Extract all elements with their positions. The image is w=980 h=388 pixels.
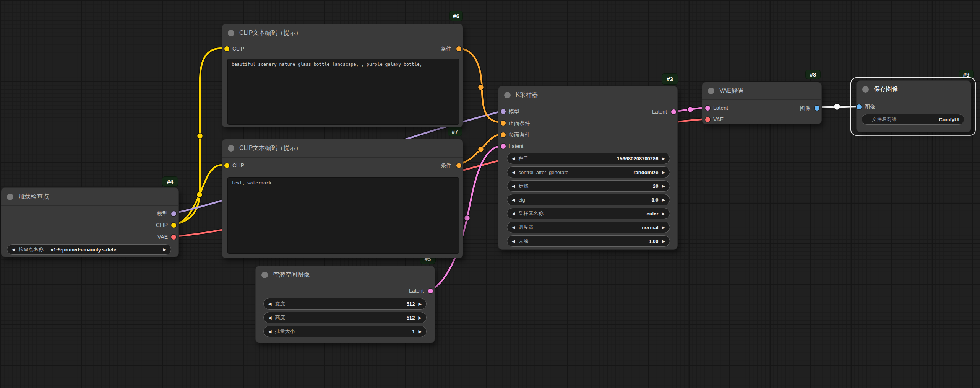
denoise-widget[interactable]: ◀ 去噪 1.00 ▶ <box>507 235 670 247</box>
output-slot-image[interactable] <box>815 106 819 111</box>
stepper-left-icon[interactable]: ◀ <box>512 170 515 174</box>
stepper-left-icon[interactable]: ◀ <box>512 198 515 202</box>
output-slot-label: 条件 <box>441 162 451 169</box>
node-title-bar: 保存图像 <box>857 81 971 98</box>
seed-widget[interactable]: ◀ 种子 156680208700286 ▶ <box>507 153 670 164</box>
link-dot-positive <box>478 85 484 90</box>
output-slot-conditioning[interactable] <box>456 163 461 168</box>
stepper-right-icon[interactable]: ▶ <box>419 316 422 320</box>
widget-value: ComfyUI <box>939 117 959 122</box>
batch-size-widget[interactable]: ◀ 批量大小 1 ▶ <box>263 326 427 337</box>
node-save-image[interactable]: 保存图像 图像 文件名前缀 ComfyUI <box>856 80 971 132</box>
input-slot-negative[interactable] <box>501 132 506 137</box>
node-clip-text-encode-negative[interactable]: CLIP文本编码（提示） CLIP 条件 text, watermark <box>222 139 463 258</box>
collapse-dot[interactable] <box>7 194 13 200</box>
widget-value: 512 <box>407 315 415 321</box>
scheduler-widget[interactable]: ◀ 调度器 normal ▶ <box>507 222 670 233</box>
output-slot-model[interactable] <box>171 211 176 216</box>
input-slot-image[interactable] <box>857 104 862 109</box>
output-slot-clip[interactable] <box>171 223 176 228</box>
output-slot-label: Latent <box>409 287 424 294</box>
stepper-left-icon[interactable]: ◀ <box>512 212 515 216</box>
stepper-left-icon[interactable]: ◀ <box>268 329 271 334</box>
stepper-right-icon[interactable]: ▶ <box>419 329 422 334</box>
node-title-bar: VAE解码 <box>702 82 821 100</box>
output-slot-vae[interactable] <box>171 235 176 240</box>
stepper-left-icon[interactable]: ◀ <box>512 157 515 161</box>
stepper-left-icon[interactable]: ◀ <box>512 225 515 230</box>
sampler-name-widget[interactable]: ◀ 采样器名称 euler ▶ <box>507 208 670 219</box>
link-dot-clip-negative <box>197 192 203 198</box>
stepper-right-icon[interactable]: ▶ <box>662 157 665 161</box>
collapse-dot[interactable] <box>228 145 234 152</box>
input-slot-label: Latent <box>509 143 524 150</box>
stepper-left-icon[interactable]: ◀ <box>268 302 271 306</box>
stepper-right-icon[interactable]: ▶ <box>419 302 422 306</box>
input-slot-vae[interactable] <box>705 117 710 122</box>
control-after-generate-widget[interactable]: ◀ control_after_generate randomize ▶ <box>507 166 670 178</box>
node-clip-text-encode-positive[interactable]: CLIP文本编码（提示） CLIP 条件 beautiful scenery n… <box>222 24 463 127</box>
widget-value: 512 <box>407 301 415 307</box>
input-slot-label: VAE <box>713 116 724 123</box>
prompt-textarea[interactable]: text, watermark <box>227 177 459 254</box>
cfg-widget[interactable]: ◀ cfg 8.0 ▶ <box>507 194 670 205</box>
node-title-bar: 加载检查点 <box>1 188 178 206</box>
input-slot-label: 图像 <box>865 103 875 110</box>
widget-value: 20 <box>653 183 658 189</box>
ckpt-name-widget[interactable]: ◀ 检查点名称 v1-5-pruned-emaonly.safete… ▶ <box>7 244 171 255</box>
stepper-right-icon[interactable]: ▶ <box>662 212 665 216</box>
output-slot-latent[interactable] <box>428 289 433 293</box>
stepper-right-icon[interactable]: ▶ <box>662 225 665 230</box>
node-empty-latent-image[interactable]: 空潜空间图像 Latent ◀ 宽度 512 ▶ ◀ 高度 512 ▶ ◀ 批量… <box>255 266 435 343</box>
widget-value: normal <box>642 225 658 230</box>
stepper-right-icon[interactable]: ▶ <box>662 198 665 202</box>
output-slot-label: VAE <box>157 233 168 240</box>
node-id-badge: #3 <box>662 73 678 85</box>
node-load-checkpoint[interactable]: 加载检查点 模型 CLIP VAE ◀ 检查点名称 v1-5-pruned-em… <box>1 187 179 257</box>
stepper-left-icon[interactable]: ◀ <box>512 239 515 243</box>
widget-value: randomize <box>634 170 659 175</box>
widget-label: 采样器名称 <box>518 210 543 217</box>
input-slot-positive[interactable] <box>501 121 506 126</box>
input-slot-label: 模型 <box>509 108 519 115</box>
node-vae-decode[interactable]: VAE解码 Latent VAE 图像 <box>702 82 822 124</box>
link-dot-clip-positive <box>197 133 203 139</box>
stepper-right-icon[interactable]: ▶ <box>662 170 665 174</box>
collapse-dot[interactable] <box>862 86 869 93</box>
node-title: CLIP文本编码（提示） <box>239 144 302 152</box>
input-slot-latent[interactable] <box>501 144 506 149</box>
collapse-dot[interactable] <box>708 88 714 94</box>
widget-label: 步骤 <box>518 183 528 189</box>
prompt-textarea[interactable]: beautiful scenery nature glass bottle la… <box>227 59 459 125</box>
stepper-left-icon[interactable]: ◀ <box>512 184 515 188</box>
link-dot-negative <box>478 147 484 152</box>
collapse-dot[interactable] <box>261 272 268 278</box>
stepper-right-icon[interactable]: ▶ <box>662 184 665 188</box>
collapse-dot[interactable] <box>504 92 511 98</box>
widget-label: 高度 <box>275 314 285 321</box>
output-slot-label: 条件 <box>441 45 451 52</box>
stepper-left-icon[interactable]: ◀ <box>268 316 271 320</box>
input-slot-latent[interactable] <box>705 106 710 111</box>
stepper-left-icon[interactable]: ◀ <box>12 248 15 252</box>
node-graph-canvas[interactable]: #4 #6 #7 #3 #5 #8 #9 CLIP文本编码（提示） CLIP 条… <box>0 0 980 388</box>
widget-label: 批量大小 <box>275 328 295 335</box>
filename-prefix-widget[interactable]: 文件名前缀 ComfyUI <box>862 114 964 125</box>
width-widget[interactable]: ◀ 宽度 512 ▶ <box>263 298 427 310</box>
widget-label: 调度器 <box>518 224 533 231</box>
steps-widget[interactable]: ◀ 步骤 20 ▶ <box>507 180 670 192</box>
node-title: VAE解码 <box>719 87 743 95</box>
stepper-right-icon[interactable]: ▶ <box>662 239 665 243</box>
output-slot-conditioning[interactable] <box>456 46 461 51</box>
height-widget[interactable]: ◀ 高度 512 ▶ <box>263 312 427 323</box>
input-slot-clip[interactable] <box>224 46 229 51</box>
input-slot-model[interactable] <box>501 109 506 114</box>
node-title: 保存图像 <box>874 85 898 93</box>
stepper-right-icon[interactable]: ▶ <box>163 248 166 252</box>
output-slot-label: Latent <box>652 108 667 115</box>
input-slot-clip[interactable] <box>224 163 229 168</box>
output-slot-latent[interactable] <box>671 109 676 114</box>
collapse-dot[interactable] <box>228 30 234 36</box>
node-title-bar: CLIP文本编码（提示） <box>222 24 463 42</box>
node-ksampler[interactable]: K采样器 模型 正面条件 负面条件 Latent Latent ◀ 种子 156… <box>498 86 678 250</box>
